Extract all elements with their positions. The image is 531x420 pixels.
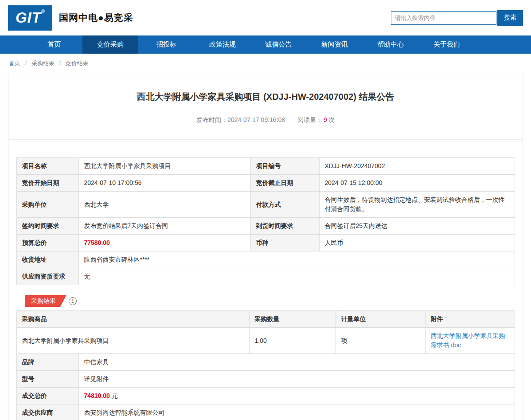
announcement-card: 西北大学附属小学家具采购项目 (XDJJ-HW-202407002) 结果公告 … [8,73,523,420]
field-label: 竞价开始日期 [16,175,78,192]
field-label: 品牌 [16,354,78,371]
field-label: 币种 [250,235,319,251]
field-label: 成交总价 [16,388,78,404]
announcement-meta: 发布时间：2024-07-17 09:16:08阅读量：9次 [22,116,509,124]
table-row: 采购单位 西北大学 付款方式 合同生效后，待货物到达指定地点、安装调试验收合格后… [16,192,515,218]
breadcrumb-separator: / [25,60,27,67]
table-header-row: 采购商品 采购数量 计量单位 附件 [16,311,515,328]
views-unit: 次 [328,116,335,123]
table-row: 项目名称 西北大学附属小学家具采购项目 项目编号 XDJJ-HW-2024070… [16,158,515,175]
table-row: 签约时间要求 发布竞价结果后7天内签订合同 到货时间要求 合同签订后25天内送达 [16,218,515,235]
field-value: 陕西省西安市碑林区**** [78,251,515,268]
column-header-attachment: 附件 [425,311,515,328]
registered-mark-icon: ® [41,8,45,14]
field-label: 采购单位 [16,192,78,218]
field-label: 供应商资质要求 [16,268,78,285]
field-value: 无 [78,268,515,285]
purchase-result-table: 采购商品 采购数量 计量单位 附件 西北大学附属小学家具采购项目 1.00 项 … [16,310,515,354]
nav-item-news[interactable]: 新闻资讯 [307,35,363,54]
field-value: 合同生效后，待货物到达指定地点、安装调试验收合格后，一次性付清合同货款。 [319,192,515,218]
deal-price-number: 74810.00 [84,392,110,399]
nav-item-about-us[interactable]: 关于我们 [419,35,475,54]
nav-item-integrity-notice[interactable]: 诚信公告 [250,35,307,54]
page-title: 西北大学附属小学家具采购项目 (XDJJ-HW-202407002) 结果公告 [22,91,509,103]
field-label: 付款方式 [250,192,319,218]
field-value: XDJJ-HW-202407002 [319,158,515,175]
top-header: GIT ® 国网中电●易竞采 搜索 [0,0,531,35]
result-count-badge: 1 [69,297,77,305]
field-label: 型号 [16,371,78,388]
table-row: 预算总价 77580.00 币种 人民币 [16,235,515,251]
table-row: 西北大学附属小学家具采购项目 1.00 项 西北大学附属小学家具采购需求书.do… [16,328,515,354]
field-label: 项目名称 [16,158,78,175]
table-row: 成交供应商 西安爵尚达智能系统有限公司 [16,404,515,420]
result-section-header: 采购结果 1 [25,295,523,307]
budget-total-value: 77580.00 [78,235,250,251]
winning-supplier: 西安爵尚达智能系统有限公司 [78,404,515,420]
views-count: 9 [324,116,327,123]
main-nav: 首页 竞价采购 招投标 政策法规 诚信公告 新闻资讯 帮助中心 关于我们 [0,35,531,54]
field-label: 竞价截止日期 [250,175,319,192]
field-value: 2024-07-15 12:00:00 [319,175,515,192]
table-row: 成交总价 74810.00 元 [16,388,515,404]
measure-unit: 项 [336,328,425,354]
nav-item-policy[interactable]: 政策法规 [195,35,251,54]
breadcrumb: 首页 / 采购结果 / 竞价结果 [0,54,531,70]
field-label: 项目编号 [250,158,319,175]
table-row: 型号 详见附件 [16,371,515,388]
project-info-table: 项目名称 西北大学附属小学家具采购项目 项目编号 XDJJ-HW-2024070… [16,157,515,285]
publish-time-value: 2024-07-17 09:16:08 [227,116,285,123]
breadcrumb-home[interactable]: 首页 [9,60,20,67]
field-label: 预算总价 [16,235,78,251]
field-label: 收货地址 [16,251,78,268]
git-logo[interactable]: GIT ® [8,5,52,31]
product-name: 西北大学附属小学家具采购项目 [16,328,249,354]
nav-item-home[interactable]: 首页 [26,35,82,54]
field-value: 2024-07-10 17:00:56 [78,175,250,192]
search-bar: 搜索 [391,10,523,26]
site-title: 国网中电●易竞采 [59,12,133,24]
search-button[interactable]: 搜索 [497,10,523,26]
logo-text: GIT [16,9,41,26]
breadcrumb-separator: / [59,60,61,67]
purchase-quantity: 1.00 [249,328,336,354]
views-label: 阅读量： [297,116,322,123]
table-row: 品牌 中信家具 [16,354,515,371]
attachment-link[interactable]: 西北大学附属小学家具采购需求书.doc [431,332,505,349]
field-label: 签约时间要求 [16,218,78,235]
nav-item-tender[interactable]: 招投标 [138,35,195,54]
column-header-unit: 计量单位 [336,311,425,328]
column-header-product: 采购商品 [16,311,249,328]
nav-item-bidding-purchase[interactable]: 竞价采购 [82,35,139,54]
publish-time-label: 发布时间： [196,116,227,123]
purchase-result-tag: 采购结果 [25,295,66,307]
field-value: 合同签订后25天内送达 [319,218,515,235]
brand-value: 中信家具 [78,354,515,371]
field-value: 人民币 [319,235,515,251]
field-label: 到货时间要求 [250,218,319,235]
table-row: 供应商资质要求 无 [16,268,515,285]
breadcrumb-bidding-results: 竞价结果 [66,60,89,67]
deal-total-price: 74810.00 元 [78,388,515,404]
deal-price-unit: 元 [110,392,118,399]
field-value: 西北大学 [78,192,250,218]
result-detail-table: 品牌 中信家具 型号 详见附件 成交总价 74810.00 元 成交供应商 西安… [16,353,515,420]
model-value: 详见附件 [78,371,515,388]
breadcrumb-purchase-results[interactable]: 采购结果 [31,60,55,67]
search-input[interactable] [391,11,496,25]
table-row: 收货地址 陕西省西安市碑林区**** [16,251,515,268]
field-label: 成交供应商 [16,404,78,420]
field-value: 发布竞价结果后7天内签订合同 [78,218,250,235]
column-header-quantity: 采购数量 [249,311,336,328]
table-row: 竞价开始日期 2024-07-10 17:00:56 竞价截止日期 2024-0… [16,175,515,192]
announcement-header: 西北大学附属小学家具采购项目 (XDJJ-HW-202407002) 结果公告 … [8,73,523,140]
nav-item-help-center[interactable]: 帮助中心 [363,35,419,54]
field-value: 西北大学附属小学家具采购项目 [78,158,250,175]
